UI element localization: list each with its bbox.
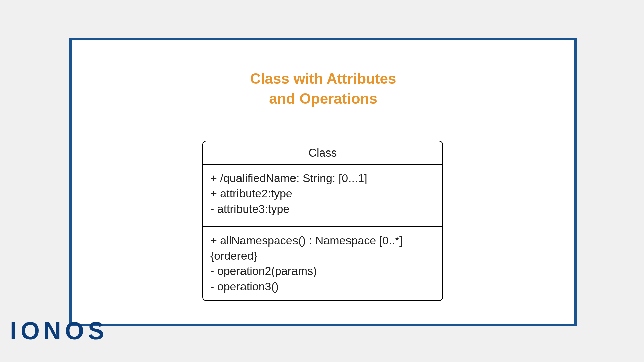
uml-class-name: Class <box>203 141 442 165</box>
diagram-title: Class with Attributes and Operations <box>72 69 574 109</box>
uml-attribute-row: + attribute2:type <box>210 186 435 201</box>
uml-operation-row: - operation2(params) <box>210 263 435 279</box>
uml-operations-compartment: + allNamespaces() : Namespace [0..*] {or… <box>203 227 442 301</box>
uml-attributes-compartment: + /qualifiedName: String: [0...1] + attr… <box>203 165 442 227</box>
uml-operation-row: + allNamespaces() : Namespace [0..*] {or… <box>210 233 435 264</box>
title-line-1: Class with Attributes <box>250 70 396 87</box>
diagram-frame: Class with Attributes and Operations Cla… <box>69 38 577 326</box>
uml-attribute-row: + /qualifiedName: String: [0...1] <box>210 171 435 186</box>
uml-class-box: Class + /qualifiedName: String: [0...1] … <box>202 141 443 301</box>
title-line-2: and Operations <box>269 90 377 107</box>
brand-logo: IONOS <box>10 317 108 345</box>
uml-attribute-row: - attribute3:type <box>210 201 435 217</box>
uml-operation-row: - operation3() <box>210 279 435 294</box>
